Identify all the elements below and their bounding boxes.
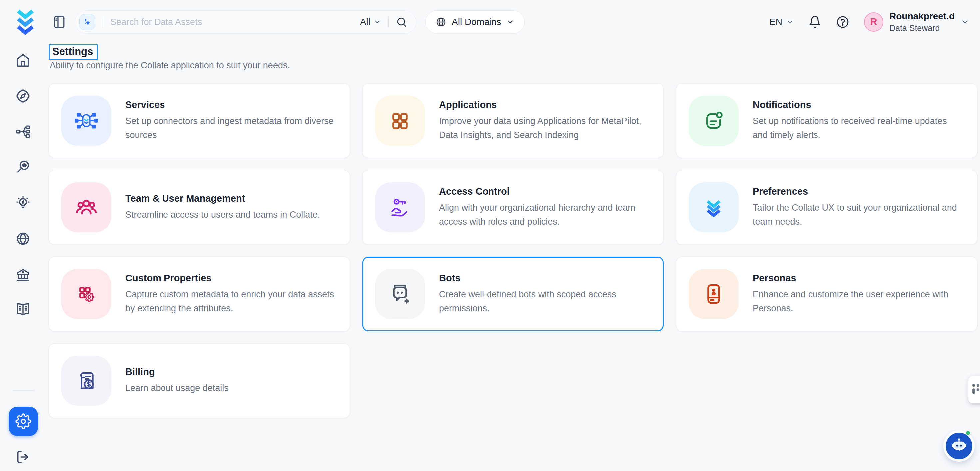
sidebar-item-explore[interactable] <box>15 88 31 104</box>
sidebar-item-data-flow[interactable] <box>15 124 31 139</box>
page-title-highlight: Settings <box>49 44 98 60</box>
chevron-down-icon <box>506 18 514 26</box>
team-users-icon <box>61 182 111 232</box>
card-title: Services <box>125 99 335 110</box>
edge-widget-tab[interactable] <box>968 376 980 403</box>
sidebar-item-home[interactable] <box>15 53 31 68</box>
bot-icon <box>375 269 425 319</box>
search-scope-label: All <box>360 17 370 27</box>
status-dot <box>966 431 970 435</box>
left-sidebar <box>0 44 46 471</box>
top-right-actions: EN R Rounakpreet.d Data Steward <box>769 0 969 44</box>
apps-grid-icon <box>375 96 425 146</box>
card-personas[interactable]: Personas Enhance and customize the user … <box>676 257 977 331</box>
card-description: Streamline access to users and teams in … <box>125 208 320 222</box>
card-access-control[interactable]: Access Control Align with your organizat… <box>362 170 663 245</box>
collate-logo <box>16 8 35 35</box>
chevron-down-icon <box>374 18 381 26</box>
search-bar: All <box>75 10 416 34</box>
card-title: Applications <box>439 99 649 110</box>
ai-sparkle-icon[interactable] <box>79 14 95 30</box>
sidebar-item-settings-active[interactable] <box>9 407 38 436</box>
card-services[interactable]: Services Set up connectors and ingest me… <box>49 83 350 158</box>
panel-toggle-icon[interactable] <box>52 15 67 29</box>
language-dropdown[interactable]: EN <box>769 17 794 27</box>
custom-properties-icon <box>61 269 111 319</box>
chat-bot-icon <box>950 437 968 455</box>
search-scope-dropdown[interactable]: All <box>360 17 381 27</box>
globe-icon <box>436 17 446 27</box>
access-key-icon <box>375 182 425 232</box>
chevron-down-icon <box>786 18 794 26</box>
preferences-layers-icon <box>689 182 738 232</box>
card-title: Notifications <box>752 99 963 110</box>
card-description: Capture custom metadata to enrich your d… <box>125 288 335 316</box>
domains-label: All Domains <box>452 17 501 27</box>
domains-dropdown[interactable]: All Domains <box>425 10 525 34</box>
card-description: Tailor the Collate UX to suit your organ… <box>752 201 963 229</box>
card-title: Preferences <box>752 186 963 197</box>
user-name: Rounakpreet.d <box>889 11 955 22</box>
card-bots[interactable]: Bots Create well-defined bots with scope… <box>362 257 663 331</box>
card-description: Set up notifications to received real-ti… <box>752 114 963 142</box>
card-title: Team & User Management <box>125 193 320 204</box>
sidebar-item-domains[interactable] <box>15 231 31 246</box>
chevron-down-icon <box>961 18 969 26</box>
card-notifications[interactable]: Notifications Set up notifications to re… <box>676 83 977 158</box>
card-billing[interactable]: Billing Learn about usage details <box>49 343 350 418</box>
language-label: EN <box>769 17 782 27</box>
card-title: Access Control <box>439 186 649 197</box>
card-title: Billing <box>125 366 229 377</box>
card-applications[interactable]: Applications Improve your data using App… <box>362 83 663 158</box>
persona-card-icon <box>689 269 738 319</box>
card-description: Enhance and customize the user experienc… <box>752 288 963 316</box>
card-description: Align with your organizational hierarchy… <box>439 201 649 229</box>
avatar: R <box>864 12 883 32</box>
card-team-user-management[interactable]: Team & User Management Streamline access… <box>49 170 350 245</box>
billing-receipt-icon <box>61 356 111 406</box>
card-title: Custom Properties <box>125 273 335 284</box>
page-subtitle: Ability to configure the Collate applica… <box>49 60 290 71</box>
card-description: Create well-defined bots with scoped acc… <box>439 288 649 316</box>
services-hub-icon <box>61 96 111 146</box>
sidebar-item-governance[interactable] <box>15 267 31 283</box>
sidebar-item-insights[interactable] <box>15 195 31 211</box>
card-preferences[interactable]: Preferences Tailor the Collate UX to sui… <box>676 170 977 245</box>
avatar-initial: R <box>870 16 877 27</box>
notification-icon <box>689 96 738 146</box>
search-icon[interactable] <box>396 16 407 28</box>
logout-icon[interactable] <box>15 449 31 465</box>
sidebar-item-glossary[interactable] <box>15 302 31 317</box>
user-menu[interactable]: R Rounakpreet.d Data Steward <box>864 11 969 33</box>
card-description: Improve your data using Applications for… <box>439 114 649 142</box>
sidebar-item-observability[interactable] <box>15 159 31 174</box>
search-input[interactable] <box>110 17 360 27</box>
gear-icon <box>15 414 31 429</box>
top-bar: All All Domains EN R Rounak <box>0 0 980 44</box>
card-description: Set up connectors and ingest metadata fr… <box>125 114 335 142</box>
settings-card-grid: Services Set up connectors and ingest me… <box>49 83 977 418</box>
card-description: Learn about usage details <box>125 382 229 395</box>
page-title: Settings <box>52 46 93 57</box>
divider <box>13 390 34 391</box>
help-icon[interactable] <box>836 15 850 29</box>
card-title: Personas <box>752 273 963 284</box>
user-role: Data Steward <box>889 23 955 33</box>
widget-grip-icon <box>972 383 980 396</box>
bell-icon[interactable] <box>808 15 821 29</box>
card-custom-properties[interactable]: Custom Properties Capture custom metadat… <box>49 257 350 331</box>
card-title: Bots <box>439 273 649 284</box>
chat-bot-button[interactable] <box>946 433 972 459</box>
